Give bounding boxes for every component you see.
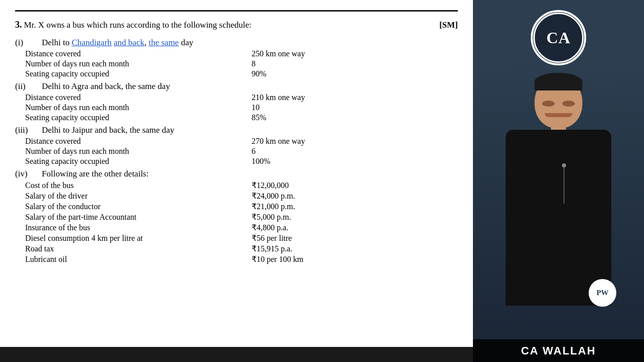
roman-iii: (iii) [15, 125, 38, 135]
detail-row: Seating capacity occupied 90% [15, 69, 458, 78]
question-header: 3. Mr. X owns a bus which runs according… [15, 19, 458, 35]
detail-row: Seating capacity occupied 85% [15, 113, 458, 122]
detail-row: Distance covered 250 km one way [15, 49, 458, 58]
collar [548, 130, 569, 140]
section-iv: (iv) Following are the other details: Co… [15, 169, 458, 264]
detail-row: Distance covered 270 km one way [15, 137, 458, 146]
detail-row: Salary of the conductor ₹21,000 p.m. [15, 202, 458, 211]
detail-value: 210 km one way [252, 93, 305, 102]
detail-value: ₹15,915 p.a. [252, 244, 292, 253]
detail-row: Road tax ₹15,915 p.a. [15, 244, 458, 253]
detail-row: Diesel consumption 4 km per litre at ₹56… [15, 233, 458, 243]
detail-row: Number of days run each month 6 [15, 147, 458, 156]
detail-label: Number of days run each month [25, 103, 252, 112]
detail-label: Distance covered [25, 93, 252, 102]
ca-logo-text: CA [546, 29, 571, 47]
section-iii-header: (iii) Delhi to Jaipur and back, the same… [15, 125, 458, 135]
section-iii: (iii) Delhi to Jaipur and back, the same… [15, 125, 458, 166]
pw-logo-text: PW [596, 289, 608, 297]
section-i-title: Delhi to Chandigarh and back, the same d… [42, 38, 193, 48]
detail-row: Seating capacity occupied 100% [15, 157, 458, 166]
section-iii-title: Delhi to Jaipur and back, the same day [42, 125, 174, 135]
right-sidebar: CA PW CA [473, 0, 644, 362]
detail-value: 8 [252, 59, 256, 68]
hair [535, 73, 583, 90]
detail-label: Lubricant oil [25, 255, 252, 264]
left-eye-area [542, 101, 555, 107]
detail-value: ₹21,000 p.m. [252, 202, 295, 211]
detail-label: Diesel consumption 4 km per litre at [25, 234, 252, 243]
detail-label: Number of days run each month [25, 59, 252, 68]
detail-label: Salary of the driver [25, 192, 252, 201]
section-ii-title: Delhi to Agra and back, the same day [42, 81, 170, 92]
detail-row: Distance covered 210 km one way [15, 93, 458, 102]
detail-row: Salary of the part-time Accountant ₹5,00… [15, 212, 458, 222]
section-i-header: (i) Delhi to Chandigarh and back, the sa… [15, 38, 458, 48]
detail-row: Insurance of the bus ₹4,800 p.a. [15, 223, 458, 232]
chandigarh-link: Chandigarh [72, 38, 112, 47]
roman-iv: (iv) [15, 169, 38, 179]
right-eye-area [562, 101, 575, 107]
presenter-area: PW [473, 65, 644, 362]
section-iv-header: (iv) Following are the other details: [15, 169, 458, 179]
mic [562, 163, 566, 167]
sm-tag: [SM] [439, 20, 458, 30]
roman-ii: (ii) [15, 81, 38, 92]
section-ii: (ii) Delhi to Agra and back, the same da… [15, 81, 458, 122]
section-iv-title: Following are the other details: [42, 169, 148, 179]
detail-label: Road tax [25, 244, 252, 253]
top-border [15, 10, 458, 12]
detail-value: ₹5,000 p.m. [252, 212, 291, 222]
detail-value: ₹56 per litre [252, 233, 292, 243]
detail-label: Number of days run each month [25, 147, 252, 156]
detail-label: Distance covered [25, 49, 252, 58]
bottom-bar [0, 347, 473, 362]
pw-logo: PW [589, 279, 616, 307]
detail-row: Cost of the bus ₹12,00,000 [15, 180, 458, 190]
detail-value: 90% [252, 69, 266, 78]
and-back-link: and back [114, 38, 144, 47]
detail-value: 10 [252, 103, 260, 112]
question-text: Mr. X owns a bus which runs according to… [24, 19, 438, 32]
main-content: 3. Mr. X owns a bus which runs according… [0, 0, 473, 362]
detail-value: 270 km one way [252, 137, 305, 146]
ca-logo: CA [531, 10, 586, 65]
person-head [535, 75, 583, 128]
detail-value: 100% [252, 157, 270, 166]
ca-wallah-banner: CA WALLAH [473, 339, 644, 362]
detail-value: ₹4,800 p.a. [252, 223, 288, 232]
section-i: (i) Delhi to Chandigarh and back, the sa… [15, 38, 458, 78]
detail-label: Distance covered [25, 137, 252, 146]
detail-value: 250 km one way [252, 49, 305, 58]
roman-i: (i) [15, 38, 38, 48]
detail-label: Seating capacity occupied [25, 113, 252, 122]
ca-wallah-text: CA WALLAH [521, 344, 596, 357]
detail-value: ₹24,000 p.m. [252, 191, 295, 201]
detail-label: Insurance of the bus [25, 223, 252, 232]
detail-row: Salary of the driver ₹24,000 p.m. [15, 191, 458, 201]
detail-value: ₹10 per 100 km [252, 254, 303, 264]
detail-value: 85% [252, 113, 266, 122]
detail-row: Lubricant oil ₹10 per 100 km [15, 254, 458, 264]
mouth [545, 113, 573, 117]
detail-label: Seating capacity occupied [25, 157, 252, 166]
detail-label: Seating capacity occupied [25, 69, 252, 78]
the-same-link: the same [148, 38, 179, 47]
detail-value: ₹12,00,000 [252, 180, 289, 190]
detail-value: 6 [252, 147, 256, 156]
question-number: 3. [15, 20, 22, 30]
detail-row: Number of days run each month 8 [15, 59, 458, 68]
detail-label: Salary of the conductor [25, 202, 252, 211]
mic-wire [564, 163, 565, 204]
detail-label: Salary of the part-time Accountant [25, 213, 252, 222]
detail-label: Cost of the bus [25, 181, 252, 190]
detail-row: Number of days run each month 10 [15, 103, 458, 112]
section-ii-header: (ii) Delhi to Agra and back, the same da… [15, 81, 458, 92]
